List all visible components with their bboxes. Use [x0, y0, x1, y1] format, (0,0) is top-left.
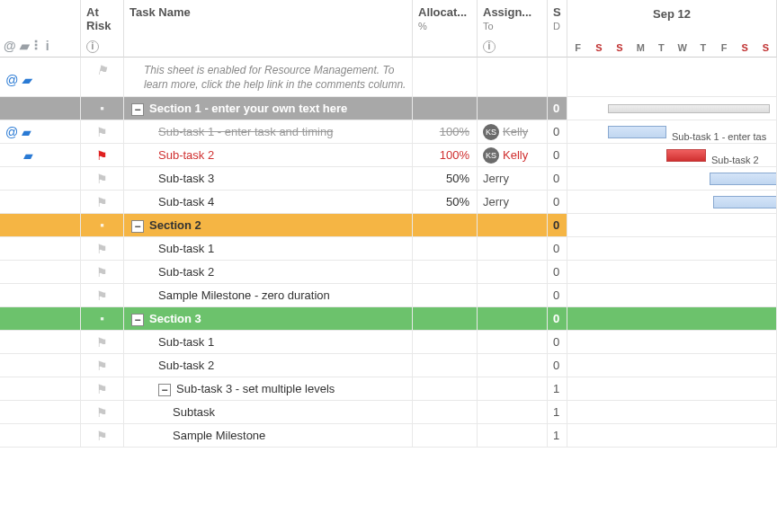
comment-icon[interactable]: ▰ [23, 144, 33, 167]
task-name-cell[interactable]: Sample Milestone [124, 424, 413, 448]
start-date-cell[interactable]: 1 [548, 377, 567, 401]
comments-cell[interactable] [0, 284, 81, 307]
alloc-cell[interactable] [413, 58, 478, 97]
comment-icon[interactable]: ▰ [22, 120, 31, 144]
risk-cell[interactable]: ⚑ [81, 284, 124, 307]
risk-cell[interactable]: ⚑ [81, 191, 124, 214]
allocation-cell[interactable]: 100% [413, 144, 478, 167]
risk-cell[interactable]: ⚑ [81, 424, 124, 448]
attachment-toolbar-icon[interactable]: ⠇ [33, 39, 42, 53]
assign-cell[interactable] [478, 331, 548, 354]
assign-cell[interactable] [478, 58, 548, 97]
risk-cell[interactable]: ⚑ [81, 237, 124, 261]
start-date-cell[interactable]: 0 [548, 261, 567, 284]
task-name-cell[interactable]: Subtask [124, 401, 413, 424]
risk-cell[interactable]: ⚑ [81, 354, 124, 377]
start-date-cell[interactable]: 0 [548, 144, 567, 167]
gantt-bar[interactable] [710, 173, 777, 185]
gantt-bar[interactable] [713, 196, 777, 208]
start-date-cell[interactable]: 1 [548, 424, 567, 448]
allocation-cell[interactable] [413, 214, 478, 237]
assign-cell[interactable] [478, 354, 548, 377]
start-date-cell[interactable]: 0 [548, 284, 567, 307]
assign-cell[interactable] [478, 401, 548, 424]
allocation-cell[interactable] [413, 307, 478, 331]
allocation-cell[interactable] [413, 331, 478, 354]
assign-cell[interactable] [478, 377, 548, 401]
task-name-cell[interactable]: Sub-task 2 [124, 354, 413, 377]
risk-cell[interactable]: ⚑ [81, 144, 124, 167]
at-icon[interactable]: @ [4, 39, 16, 53]
assign-cell[interactable] [478, 424, 548, 448]
comments-cell[interactable] [0, 424, 81, 448]
risk-cell[interactable]: ⚑ [81, 167, 124, 191]
allocation-header[interactable]: Allocat...% [413, 0, 478, 58]
sd-cell[interactable] [548, 58, 567, 97]
at-risk-header[interactable]: At Risk i [81, 0, 124, 58]
comments-cell[interactable] [0, 307, 81, 331]
allocation-cell[interactable] [413, 237, 478, 261]
assign-cell[interactable]: KSKelly [478, 120, 548, 144]
risk-cell[interactable]: ⚑ [81, 377, 124, 401]
task-name-cell[interactable]: Sub-task 1 - enter task and timing [124, 120, 413, 144]
start-date-cell[interactable]: 0 [548, 354, 567, 377]
risk-cell[interactable]: ⚑ [81, 261, 124, 284]
start-date-cell[interactable]: 0 [548, 120, 567, 144]
assign-cell[interactable] [478, 307, 548, 331]
task-name-cell[interactable]: −Section 2 [124, 214, 413, 237]
comments-cell[interactable] [0, 401, 81, 424]
comments-cell[interactable] [0, 377, 81, 401]
assign-cell[interactable] [478, 261, 548, 284]
allocation-cell[interactable] [413, 424, 478, 448]
comments-cell[interactable] [0, 331, 81, 354]
comments-cell[interactable]: @▰ [0, 120, 81, 144]
collapse-toggle[interactable]: − [131, 314, 144, 326]
task-name-header[interactable]: Task Name [124, 0, 413, 58]
risk-cell[interactable]: ⚑ [81, 331, 124, 354]
allocation-cell[interactable]: 50% [413, 191, 478, 214]
allocation-cell[interactable]: 100% [413, 120, 478, 144]
start-date-cell[interactable]: 0 [548, 167, 567, 191]
gantt-summary-bar[interactable] [608, 104, 770, 113]
assign-cell[interactable] [478, 237, 548, 261]
comments-cell[interactable] [0, 261, 81, 284]
risk-cell[interactable]: ⚑ [81, 120, 124, 144]
allocation-cell[interactable] [413, 97, 478, 120]
comments-cell[interactable] [0, 214, 81, 237]
task-name-cell[interactable]: Sub-task 3 [124, 167, 413, 191]
risk-cell[interactable]: ▪ [81, 97, 124, 120]
allocation-cell[interactable] [413, 377, 478, 401]
task-name-cell[interactable]: Sub-task 4 [124, 191, 413, 214]
assign-cell[interactable] [478, 97, 548, 120]
task-name-cell[interactable]: Sub-task 1 [124, 237, 413, 261]
risk-cell[interactable]: ▪ [81, 307, 124, 331]
task-name-cell[interactable]: Sub-task 2 [124, 144, 413, 167]
collapse-toggle[interactable]: − [158, 384, 171, 396]
start-date-cell[interactable]: 0 [548, 191, 567, 214]
gantt-bar[interactable] [608, 126, 666, 138]
comments-cell[interactable] [0, 167, 81, 191]
collapse-toggle[interactable]: − [131, 220, 144, 233]
comment-toolbar-icon[interactable]: ▰ [20, 39, 30, 53]
task-name-cell[interactable]: −Section 1 - enter your own text here [124, 97, 413, 120]
assign-header[interactable]: Assign...To i [478, 0, 548, 58]
assign-cell[interactable] [478, 214, 548, 237]
start-header[interactable]: SD [548, 0, 567, 58]
task-name-cell[interactable]: Sub-task 2 [124, 261, 413, 284]
allocation-cell[interactable] [413, 354, 478, 377]
allocation-cell[interactable] [413, 261, 478, 284]
comments-cell[interactable]: ▰ [0, 144, 81, 167]
start-date-cell[interactable]: 0 [548, 214, 567, 237]
start-date-cell[interactable]: 0 [548, 331, 567, 354]
mention-icon[interactable]: @ [5, 73, 18, 87]
info-toolbar-icon[interactable]: i [46, 39, 49, 53]
task-name-cell[interactable]: −Section 3 [124, 307, 413, 331]
task-name-cell[interactable]: −Sub-task 3 - set multiple levels [124, 377, 413, 401]
assign-cell[interactable] [478, 284, 548, 307]
start-date-cell[interactable]: 0 [548, 307, 567, 331]
comments-cell[interactable] [0, 97, 81, 120]
start-date-cell[interactable]: 0 [548, 237, 567, 261]
assign-cell[interactable]: KSKelly [478, 144, 548, 167]
start-date-cell[interactable]: 0 [548, 97, 567, 120]
allocation-cell[interactable]: 50% [413, 167, 478, 191]
